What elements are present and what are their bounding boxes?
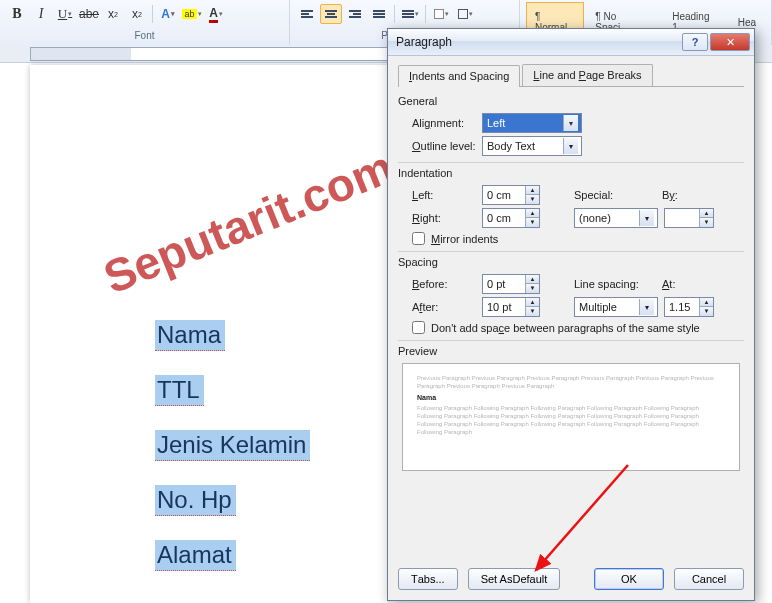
cancel-button[interactable]: Cancel [674,568,744,590]
by-spin[interactable]: ▲▼ [664,208,714,228]
doc-line: Nama [155,320,225,351]
outline-combo[interactable]: Body Text▾ [482,136,582,156]
preview-previous: Previous Paragraph Previous Paragraph Pr… [417,374,725,390]
help-button[interactable]: ? [682,33,708,51]
preview-following: Following Paragraph Following Paragraph … [417,404,725,436]
superscript-button[interactable]: x2 [126,4,148,24]
alignment-combo[interactable]: Left▾ [482,113,582,133]
align-justify-button[interactable] [368,4,390,24]
underline-button[interactable]: U▾ [54,4,76,24]
line-spacing-label: Line spacing: [574,278,662,290]
line-spacing-button[interactable]: ▾ [399,4,421,24]
ok-button[interactable]: OK [594,568,664,590]
indent-left-label: Left: [412,189,482,201]
doc-line: No. Hp [155,485,236,516]
doc-line: Alamat [155,540,236,571]
paragraph-dialog: Paragraph ? ✕ Indents and Spacing Line a… [387,28,755,601]
at-spin[interactable]: 1.15▲▼ [664,297,714,317]
font-group-label: Font [0,30,289,45]
dialog-tabs: Indents and Spacing Line and Page Breaks [398,64,744,87]
tab-indents-spacing[interactable]: Indents and Spacing [398,65,520,87]
font-color-button[interactable]: A▾ [205,4,227,24]
special-combo[interactable]: (none)▾ [574,208,658,228]
shading-button[interactable]: ▾ [430,4,452,24]
indent-left-spin[interactable]: 0 cm▲▼ [482,185,540,205]
subscript-button[interactable]: x2 [102,4,124,24]
bold-button[interactable]: B [6,4,28,24]
indent-right-label: Right: [412,212,482,224]
preview-box: Previous Paragraph Previous Paragraph Pr… [402,363,740,471]
align-right-button[interactable] [344,4,366,24]
section-indentation: Indentation [398,167,744,179]
alignment-label: Alignment: [412,117,482,129]
indent-right-spin[interactable]: 0 cm▲▼ [482,208,540,228]
dialog-title: Paragraph [396,35,452,49]
outline-label: Outline level: [412,140,482,152]
borders-button[interactable]: ▾ [454,4,476,24]
dialog-titlebar[interactable]: Paragraph ? ✕ [388,29,754,56]
preview-sample: Nama [417,394,725,401]
close-button[interactable]: ✕ [710,33,750,51]
document-page: Seputarit.com Nama TTL Jenis Kelamin No.… [30,65,388,603]
after-spin[interactable]: 10 pt▲▼ [482,297,540,317]
by-label: By: [662,189,702,201]
selected-text-block[interactable]: Nama TTL Jenis Kelamin No. Hp Alamat [155,320,310,595]
mirror-indents-checkbox[interactable]: Mirror indents [398,232,744,245]
horizontal-ruler[interactable] [30,47,390,61]
dont-add-space-checkbox[interactable]: Don't add space between paragraphs of th… [398,321,744,334]
set-default-button[interactable]: Set As Default [468,568,561,590]
section-general: General [398,95,744,107]
before-spin[interactable]: 0 pt▲▼ [482,274,540,294]
doc-line: TTL [155,375,204,406]
doc-line: Jenis Kelamin [155,430,310,461]
line-spacing-combo[interactable]: Multiple▾ [574,297,658,317]
tabs-button[interactable]: Tabs... [398,568,458,590]
at-label: At: [662,278,702,290]
text-effects-button[interactable]: A▾ [157,4,179,24]
ribbon-group-font: B I U▾ abe x2 x2 A▾ ab▾ A▾ Font [0,0,290,45]
align-left-button[interactable] [296,4,318,24]
strike-button[interactable]: abe [78,4,100,24]
align-center-button[interactable] [320,4,342,24]
special-label: Special: [574,189,662,201]
section-preview: Preview [398,345,744,357]
watermark: Seputarit.com [96,140,401,305]
dialog-button-bar: Tabs... Set As Default OK Cancel [398,568,744,590]
italic-button[interactable]: I [30,4,52,24]
section-spacing: Spacing [398,256,744,268]
before-label: Before: [412,278,482,290]
tab-line-page-breaks[interactable]: Line and Page Breaks [522,64,652,86]
after-label: After: [412,301,482,313]
highlight-button[interactable]: ab▾ [181,4,203,24]
